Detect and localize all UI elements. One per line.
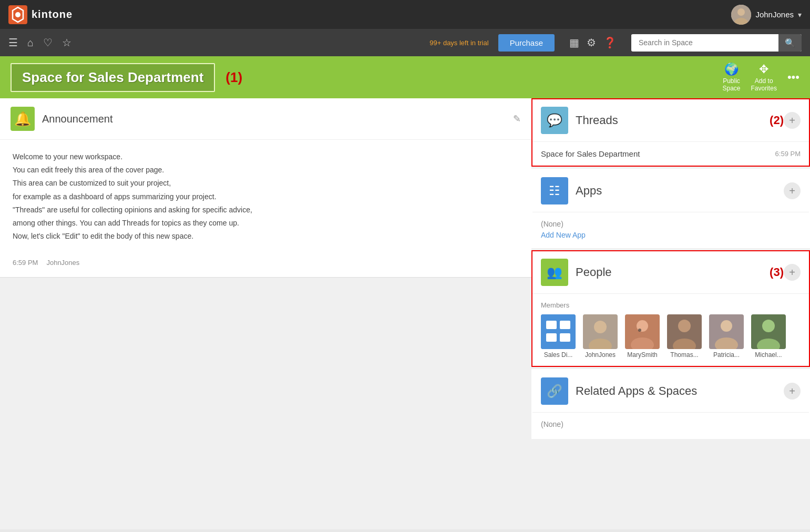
threads-section: 💬 Threads (2) + Space for Sales Departme… [531,98,810,167]
home-icon[interactable]: ⌂ [27,37,34,49]
space-title: Space for Sales Department [22,69,203,85]
star-icon[interactable]: ☆ [62,36,71,49]
related-none-text: (None) [541,420,801,428]
thread-item: Space for Sales Department 6:59 PM [541,149,801,158]
related-link-icon: 🔗 [547,384,562,398]
body-line7: Now, let's click "Edit" to edit the body… [13,230,519,243]
user-area: JohnJones ▾ [731,5,802,25]
svg-rect-9 [546,333,557,342]
people-add-button[interactable]: + [784,264,801,281]
hamburger-icon[interactable]: ☰ [8,36,18,49]
announcement-icon-box: 🔔 [11,107,35,131]
related-section: 🔗 Related Apps & Spaces + (None) [531,369,810,439]
member-avatar-thomas[interactable] [667,314,702,349]
edit-icon[interactable]: ✎ [513,113,521,125]
threads-body: Space for Sales Department 6:59 PM [532,142,809,166]
svg-point-4 [737,8,745,16]
apps-body: (None) Add New App [532,212,809,247]
trial-text: 99+ days left in trial [429,39,488,47]
member-item: Sales Di... [541,314,576,359]
search-box: 🔍 [631,34,802,52]
member-name: Michael... [755,351,782,359]
member-name: Sales Di... [544,351,573,359]
add-favorites-label: Add to [755,77,773,85]
member-avatar-michael[interactable] [751,314,786,349]
member-avatar-marysmith[interactable] [625,314,660,349]
member-item: JohnJones [583,314,618,359]
announcement-section: 🔔 Announcement ✎ Welcome to your new wor… [0,98,531,278]
member-avatar-johnjones[interactable] [583,314,618,349]
apps-add-button[interactable]: + [784,182,801,199]
member-avatar-patricia[interactable] [709,314,744,349]
toolbar: ☰ ⌂ ♡ ☆ 99+ days left in trial Purchase … [0,29,810,56]
public-space-sublabel: Space [723,85,741,92]
svg-rect-7 [546,321,557,329]
svg-point-19 [678,320,691,332]
settings-icon[interactable]: ⚙ [587,36,596,49]
member-name: JohnJones [585,351,616,359]
svg-rect-6 [541,314,576,349]
member-name: Thomas... [670,351,698,359]
announcement-time: 6:59 PM [13,259,38,267]
space-label: (1) [225,69,242,86]
logo-area: kintone [8,5,73,24]
member-name: Patricia... [713,351,740,359]
svg-rect-8 [560,321,570,329]
announcement-title: Announcement [42,113,506,125]
more-actions-button[interactable]: ••• [787,70,799,84]
announcement-header: 🔔 Announcement ✎ [0,98,531,140]
space-title-box: Space for Sales Department [11,63,215,92]
announcement-body: Welcome to your new workspace. You can e… [0,140,531,253]
apps-header: ☷ Apps + [532,170,809,212]
search-button[interactable]: 🔍 [778,34,802,52]
svg-point-25 [762,320,775,332]
people-title: People [576,265,765,279]
add-favorites-icon: ✥ [759,63,768,76]
search-input[interactable] [631,35,778,50]
bell-icon[interactable]: ♡ [43,36,53,49]
apps-icon-box: ☷ [541,177,568,204]
user-avatar [731,5,751,25]
space-header: Space for Sales Department (1) 🌍 Public … [0,56,810,98]
apps-none-text: (None) [541,220,801,228]
related-icon-box: 🔗 [541,377,568,405]
member-avatar-sales[interactable] [541,314,576,349]
body-line3: This area can be customized to suit your… [13,177,519,190]
body-line1: Welcome to your new workspace. [13,150,519,163]
svg-point-22 [721,320,732,332]
announcement-author: JohnJones [46,259,79,267]
members-label: Members [541,301,801,309]
public-space-button[interactable]: 🌍 Public Space [723,63,741,92]
user-dropdown-arrow[interactable]: ▾ [798,11,802,19]
related-add-button[interactable]: + [784,383,801,400]
member-name: MarySmith [627,351,657,359]
body-line5: "Threads" are useful for collecting opin… [13,203,519,217]
purchase-button[interactable]: Purchase [498,34,555,52]
svg-point-12 [594,321,607,333]
help-icon[interactable]: ❓ [603,36,617,49]
threads-header: 💬 Threads (2) + [532,99,809,142]
add-new-app-link[interactable]: Add New App [541,231,586,239]
threads-title: Threads [576,114,765,127]
logo-text: kintone [32,8,73,21]
related-body: (None) [532,413,809,438]
svg-point-2 [15,12,20,17]
space-header-actions: 🌍 Public Space ✥ Add to Favorites ••• [723,63,800,92]
right-panel: 💬 Threads (2) + Space for Sales Departme… [531,98,810,529]
body-line2: You can edit freely this area of the cov… [13,163,519,177]
threads-label: (2) [770,114,784,127]
top-navigation: kintone JohnJones ▾ [0,0,810,29]
member-item: Michael... [751,314,786,359]
threads-add-button[interactable]: + [784,112,801,129]
apps-title: Apps [576,184,784,198]
thread-name: Space for Sales Department [541,149,640,158]
people-section: 👥 People (3) + Members [531,250,810,367]
kintone-logo-icon [8,5,27,24]
people-body: Members Sales Di [532,294,809,366]
add-to-favorites-button[interactable]: ✥ Add to Favorites [751,63,777,92]
body-line6: among other things. You can add Threads … [13,217,519,230]
apps-icon[interactable]: ▦ [569,36,579,49]
related-title: Related Apps & Spaces [576,384,784,398]
people-icon: 👥 [547,265,562,280]
apps-section: ☷ Apps + (None) Add New App [531,169,810,248]
